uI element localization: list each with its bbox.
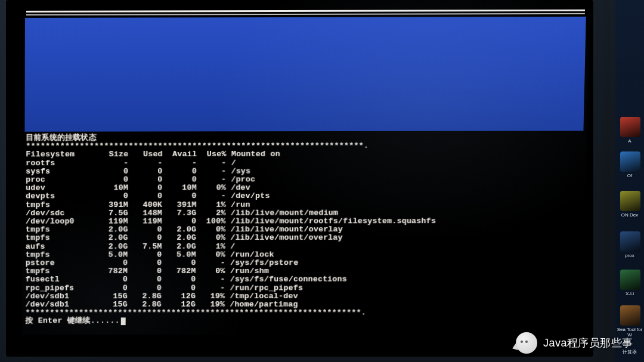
screen-top-rule-2 <box>26 13 585 16</box>
terminal-output: 目前系统的挂载状态 ******************************… <box>26 133 584 325</box>
blue-dialog-area <box>24 17 586 132</box>
terminal-text-body: 目前系统的挂载状态 ******************************… <box>26 134 436 317</box>
screen-top-rule <box>26 10 585 13</box>
desktop-icon[interactable] <box>620 270 640 290</box>
desktop-icon[interactable] <box>620 117 640 137</box>
monitor-screen: 目前系统的挂载状态 ******************************… <box>22 0 590 335</box>
desktop-icon-label: X-Li <box>617 291 643 296</box>
terminal-cursor <box>121 318 126 326</box>
desktop-icon[interactable] <box>620 151 640 172</box>
desktop-icon-label: A <box>617 138 643 144</box>
continue-prompt-text: 按 Enter 键继续...... <box>26 317 120 326</box>
watermark: Java程序员那些事 <box>516 332 633 354</box>
desktop-icon-label: prox <box>617 253 643 258</box>
continue-prompt-line[interactable]: 按 Enter 键继续...... <box>26 317 126 326</box>
monitor-photo: 目前系统的挂载状态 ******************************… <box>0 0 620 362</box>
desktop-icon-label: Of <box>617 173 643 178</box>
desktop-icon[interactable] <box>620 191 640 211</box>
desktop-icon-label: ON Dev <box>617 212 643 218</box>
watermark-text: Java程序员那些事 <box>543 336 633 350</box>
desktop-icon[interactable] <box>620 305 640 326</box>
desktop-icon[interactable] <box>620 231 640 252</box>
right-desktop-strip: AOfON DevproxX-LiSea Tool for W计算器 <box>615 0 644 362</box>
monitor-bezel: 目前系统的挂载状态 ******************************… <box>6 0 593 357</box>
wechat-bubble-icon <box>516 332 537 354</box>
